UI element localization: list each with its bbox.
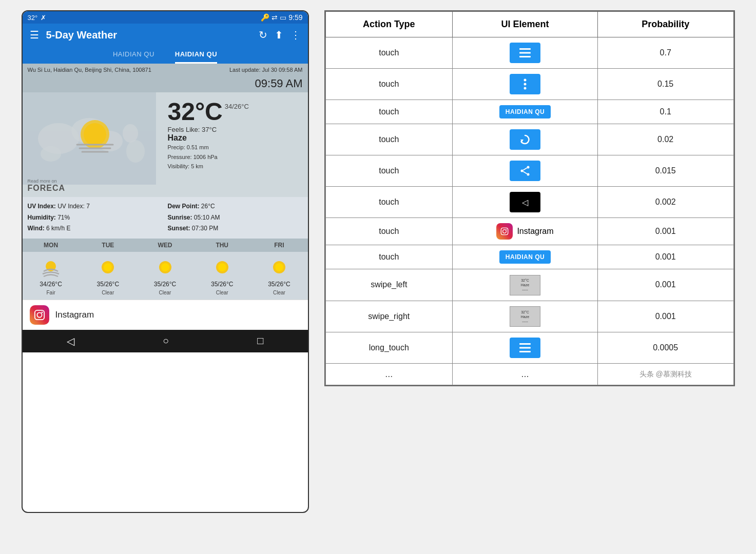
svg-rect-26 (519, 56, 531, 57)
day-wed: WED (137, 242, 193, 249)
uv-index: UV Index: UV Index: 7 (28, 201, 163, 212)
phone-mockup: 32° ✗ 🔑 ⇄ ▭ 9:59 ☰ 5-Day Weather ↻ ⬆ ⋮ H… (22, 10, 309, 513)
signal-icon: ✗ (41, 14, 46, 22)
refresh-icon[interactable]: ↻ (259, 29, 267, 41)
action-touch-3: touch (325, 100, 453, 124)
weather-thumbnail-2: 32°CHaze----- (510, 306, 540, 327)
prediction-table: Action Type UI Element Probability touch (324, 10, 735, 386)
table-row: touch ◁ 0.002 (325, 187, 733, 218)
ui-more-vert (453, 69, 598, 100)
arrows-icon: ⇄ (272, 13, 278, 22)
share-icon-btn (510, 161, 540, 181)
svg-point-38 (506, 229, 507, 230)
menu-icon[interactable]: ☰ (30, 29, 39, 41)
ui-refresh (453, 124, 598, 155)
action-long-touch: long_touch (325, 332, 453, 364)
main-weather: 32°C 34/26°C Feels Like: 37°C Haze Preci… (23, 92, 308, 176)
svg-rect-21 (34, 310, 44, 320)
svg-point-32 (520, 170, 523, 172)
forecast-tue-cond: Clear (102, 290, 114, 295)
ui-share (453, 155, 598, 187)
svg-rect-41 (519, 351, 531, 352)
ui-weather-thumb-1: 32°CHaze----- (453, 269, 598, 301)
ui-ellipsis: ... (453, 364, 598, 385)
table-footer: 头条 @慕测科技 (597, 364, 733, 385)
foreca-name: FORECA (28, 184, 66, 193)
instagram-notification-icon (30, 305, 49, 325)
action-touch-6: touch (325, 187, 453, 218)
ui-hamburger-2 (453, 332, 598, 364)
action-swipe-left: swipe_left (325, 269, 453, 301)
prob-4: 0.02 (597, 124, 733, 155)
svg-line-34 (523, 168, 527, 170)
tab-haidian-active[interactable]: HAIDIAN QU (175, 50, 217, 64)
share-icon[interactable]: ⬆ (275, 29, 283, 41)
pressure: Pressure: 1006 hPa (168, 152, 303, 162)
nav-bar: ◁ ○ □ (23, 330, 308, 352)
sunrise: Sunrise: 05:10 AM (168, 212, 303, 224)
status-bar: 32° ✗ 🔑 ⇄ ▭ 9:59 (23, 11, 308, 24)
prob-3: 0.1 (597, 100, 733, 124)
feels-like: Feels Like: 37°C (168, 126, 303, 133)
prob-9: 0.001 (597, 269, 733, 301)
location-text: Wu Si Lu, Haidian Qu, Beijing Shi, China… (28, 67, 151, 73)
svg-point-22 (37, 312, 42, 317)
prob-8: 0.001 (597, 245, 733, 269)
action-touch-4: touch (325, 124, 453, 155)
weather-info: 32°C 34/26°C Feels Like: 37°C Haze Preci… (168, 97, 303, 171)
condition: Haze (168, 133, 303, 143)
notification-bar[interactable]: Instagram (23, 300, 308, 330)
forecast-wed: 35/26°C Clear (137, 256, 193, 295)
time-display: 09:59 AM (23, 76, 308, 92)
svg-rect-36 (501, 228, 508, 234)
day-fri: FRI (250, 242, 307, 249)
prob-7: 0.001 (597, 218, 733, 245)
prob-2: 0.15 (597, 69, 733, 100)
forecast-row: 34/26°C Fair 35/26°C Clear 35/26°C Clear (23, 252, 308, 300)
ui-hamburger-1 (453, 37, 598, 69)
battery-icon: ▭ (280, 13, 286, 22)
weather-icon-area (28, 97, 163, 171)
action-touch-5: touch (325, 155, 453, 187)
svg-line-35 (523, 171, 527, 174)
svg-point-18 (218, 263, 226, 271)
table-row: touch 0.7 (325, 37, 733, 69)
table-row: long_touch 0.0005 (325, 332, 733, 364)
more-icon[interactable]: ⋮ (290, 29, 301, 41)
extra-info: UV Index: UV Index: 7 Humidity: 71% Wind… (23, 197, 308, 239)
day-tue: TUE (80, 242, 137, 249)
table-row: touch 0.15 (325, 69, 733, 100)
key-icon: 🔑 (261, 13, 269, 22)
svg-point-28 (524, 83, 526, 86)
prob-10: 0.001 (597, 301, 733, 332)
tab-bar: HAIDIAN QU HAIDIAN QU (23, 46, 308, 64)
tab-haidian-inactive[interactable]: HAIDIAN QU (113, 50, 154, 64)
svg-point-20 (275, 263, 283, 271)
home-button[interactable]: ○ (163, 335, 169, 347)
header-action-type: Action Type (325, 12, 453, 37)
recents-button[interactable]: □ (257, 335, 263, 347)
instagram-icon-small (496, 223, 513, 240)
table-row: ... ... 头条 @慕测科技 (325, 364, 733, 385)
prob-11: 0.0005 (597, 332, 733, 364)
svg-rect-24 (519, 48, 531, 50)
data-table: Action Type UI Element Probability touch (325, 11, 734, 385)
forecast-mon: 34/26°C Fair (23, 256, 80, 295)
forecast-header: MON TUE WED THU FRI (23, 239, 308, 252)
forecast-thu: 35/26°C Clear (193, 256, 250, 295)
action-ellipsis: ... (325, 364, 453, 385)
wind: Wind: 6 km/h E (28, 223, 163, 234)
location-bar: Wu Si Lu, Haidian Qu, Beijing Shi, China… (23, 64, 308, 76)
back-button[interactable]: ◁ (67, 335, 74, 347)
ui-weather-thumb-2: 32°CHaze----- (453, 301, 598, 332)
forecast-wed-cond: Clear (159, 290, 171, 295)
prob-1: 0.7 (597, 37, 733, 69)
app-title: 5-Day Weather (46, 29, 251, 41)
notification-text: Instagram (55, 310, 94, 320)
svg-rect-39 (519, 343, 531, 345)
status-time: 9:59 (288, 13, 302, 22)
table-row: touch HAIDIAN QU 0.1 (325, 100, 733, 124)
svg-rect-40 (519, 347, 531, 349)
ui-back-arrow: ◁ (453, 187, 598, 218)
table-row: touch Instagram 0.001 (325, 218, 733, 245)
